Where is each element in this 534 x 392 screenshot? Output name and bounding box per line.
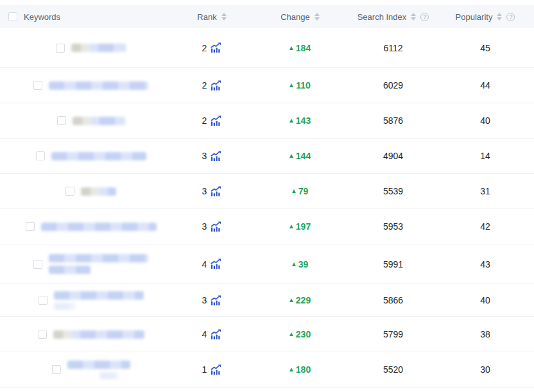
- table-header: Keywords Rank Change Search Index ? Popu…: [0, 5, 534, 28]
- search-index-value: 5520: [383, 364, 403, 375]
- popularity-value: 40: [480, 295, 490, 305]
- column-header-search-index[interactable]: Search Index ?: [350, 12, 436, 22]
- keyword-cell: [0, 151, 173, 160]
- select-all-checkbox[interactable]: [8, 12, 17, 21]
- column-header-popularity[interactable]: Popularity ?: [436, 12, 534, 22]
- keyword-cell: [0, 330, 173, 339]
- row-checkbox[interactable]: [65, 187, 74, 196]
- column-label-rank: Rank: [197, 12, 216, 22]
- rank-value: 3: [202, 221, 207, 232]
- rank-value: 2: [202, 115, 207, 126]
- row-checkbox[interactable]: [52, 365, 61, 374]
- popularity-cell: 45: [436, 43, 534, 53]
- keyword-cell: [0, 116, 173, 125]
- row-checkbox[interactable]: [36, 151, 45, 160]
- search-index-cell: 6029: [350, 80, 436, 90]
- trend-chart-icon[interactable]: [211, 42, 221, 53]
- redacted-keyword[interactable]: [49, 81, 148, 90]
- row-checkbox[interactable]: [56, 44, 65, 53]
- change-cell: 229: [250, 295, 350, 305]
- help-icon[interactable]: ?: [506, 13, 515, 21]
- rank-cell: 3: [173, 151, 250, 162]
- search-index-cell: 5876: [350, 115, 436, 126]
- trend-chart-icon[interactable]: [211, 115, 221, 126]
- trend-chart-icon[interactable]: [211, 259, 221, 269]
- up-arrow-icon: [289, 225, 293, 228]
- row-checkbox[interactable]: [57, 116, 66, 125]
- search-index-cell: 5953: [350, 221, 436, 232]
- change-value: 110: [296, 80, 311, 90]
- redacted-keyword-line: [73, 117, 125, 125]
- redacted-keyword[interactable]: [81, 187, 116, 196]
- sort-icon[interactable]: [411, 13, 416, 21]
- redacted-keyword[interactable]: [67, 361, 130, 379]
- table-row: 2 143 5876: [0, 103, 534, 139]
- search-index-cell: 5799: [350, 329, 436, 339]
- rank-cell: 3: [173, 295, 250, 306]
- redacted-keyword[interactable]: [53, 330, 144, 339]
- redacted-keyword-line: [71, 44, 126, 52]
- sort-icon[interactable]: [221, 13, 227, 21]
- popularity-value: 14: [480, 151, 490, 161]
- column-header-rank[interactable]: Rank: [173, 12, 250, 22]
- column-header-keywords: Keywords: [0, 12, 173, 22]
- popularity-cell: 31: [436, 186, 534, 196]
- trend-chart-icon[interactable]: [211, 329, 221, 340]
- keyword-cell: [0, 254, 173, 274]
- popularity-cell: 42: [436, 221, 534, 232]
- popularity-value: 42: [480, 221, 490, 232]
- trend-chart-icon[interactable]: [211, 364, 221, 375]
- change-value: 79: [298, 186, 309, 196]
- table-row: 4 230 5799: [0, 317, 534, 352]
- redacted-keyword[interactable]: [73, 117, 125, 125]
- change-value: 230: [296, 329, 311, 339]
- redacted-keyword-line: [49, 266, 90, 274]
- redacted-keyword-line: [49, 81, 148, 90]
- popularity-value: 30: [480, 364, 490, 375]
- up-arrow-icon: [289, 332, 293, 336]
- rank-value: 1: [202, 364, 207, 375]
- redacted-keyword-line: [51, 152, 146, 160]
- redacted-keyword-line: [67, 361, 130, 369]
- sort-icon[interactable]: [314, 13, 320, 21]
- change-cell: 197: [250, 221, 350, 232]
- popularity-value: 38: [480, 329, 490, 339]
- row-checkbox[interactable]: [26, 222, 35, 231]
- popularity-cell: 38: [436, 329, 534, 339]
- redacted-keyword[interactable]: [54, 291, 144, 310]
- redacted-keyword[interactable]: [41, 223, 157, 231]
- trend-chart-icon[interactable]: [211, 186, 221, 197]
- popularity-value: 45: [480, 43, 490, 53]
- row-checkbox[interactable]: [33, 81, 42, 90]
- up-arrow-icon: [289, 298, 293, 302]
- popularity-cell: 30: [436, 364, 534, 375]
- redacted-keyword[interactable]: [51, 152, 146, 160]
- keyword-cell: [0, 187, 173, 196]
- search-index-value: 5876: [383, 115, 403, 126]
- trend-chart-icon[interactable]: [211, 295, 221, 306]
- popularity-value: 40: [480, 115, 490, 126]
- table-row: 2 110 6029: [0, 68, 534, 103]
- popularity-cell: 14: [436, 151, 534, 161]
- row-checkbox[interactable]: [38, 330, 47, 339]
- redacted-keyword[interactable]: [71, 44, 126, 52]
- help-icon[interactable]: ?: [420, 13, 429, 21]
- search-index-cell: 5520: [350, 364, 436, 375]
- change-cell: 143: [250, 115, 350, 126]
- change-cell: 110: [250, 80, 350, 90]
- redacted-keyword[interactable]: [49, 254, 148, 274]
- popularity-value: 44: [480, 80, 490, 90]
- row-checkbox[interactable]: [39, 296, 47, 305]
- keyword-cell: [0, 222, 173, 231]
- trend-chart-icon[interactable]: [211, 221, 221, 232]
- sort-icon[interactable]: [497, 13, 502, 21]
- popularity-cell: 40: [436, 295, 534, 305]
- table-row: 2 184 6112: [0, 28, 534, 68]
- keyword-cell: [0, 44, 173, 53]
- trend-chart-icon[interactable]: [211, 80, 221, 91]
- trend-chart-icon[interactable]: [211, 151, 221, 162]
- row-checkbox[interactable]: [33, 260, 42, 269]
- search-index-cell: 5539: [350, 186, 436, 196]
- column-header-change[interactable]: Change: [250, 12, 350, 22]
- popularity-value: 43: [480, 259, 490, 269]
